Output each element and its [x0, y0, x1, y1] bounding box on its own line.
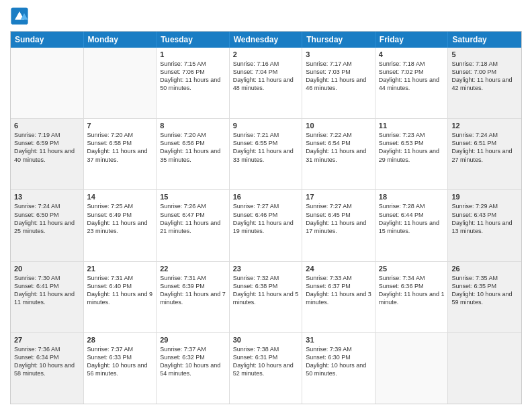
calendar-header: SundayMondayTuesdayWednesdayThursdayFrid…: [11, 32, 521, 48]
calendar-cell-16: 16Sunrise: 7:27 AM Sunset: 6:46 PM Dayli…: [230, 190, 303, 261]
cell-info: Sunrise: 7:20 AM Sunset: 6:58 PM Dayligh…: [87, 131, 153, 164]
calendar-cell-30: 30Sunrise: 7:38 AM Sunset: 6:31 PM Dayli…: [230, 333, 303, 404]
day-number: 6: [14, 122, 80, 130]
day-number: 31: [306, 336, 371, 344]
calendar-cell-4: 4Sunrise: 7:18 AM Sunset: 7:02 PM Daylig…: [375, 48, 449, 118]
calendar-cell-26: 26Sunrise: 7:35 AM Sunset: 6:35 PM Dayli…: [448, 262, 521, 332]
day-number: 23: [233, 265, 299, 273]
calendar-cell-29: 29Sunrise: 7:37 AM Sunset: 6:32 PM Dayli…: [157, 333, 230, 404]
calendar-cell-11: 11Sunrise: 7:23 AM Sunset: 6:53 PM Dayli…: [375, 119, 449, 189]
day-number: 5: [451, 50, 518, 58]
header-day-saturday: Saturday: [448, 32, 521, 48]
calendar-cell-12: 12Sunrise: 7:24 AM Sunset: 6:51 PM Dayli…: [448, 119, 521, 189]
header-day-sunday: Sunday: [11, 32, 84, 48]
cell-info: Sunrise: 7:18 AM Sunset: 7:00 PM Dayligh…: [451, 60, 518, 93]
day-number: 20: [14, 265, 80, 273]
cell-info: Sunrise: 7:39 AM Sunset: 6:30 PM Dayligh…: [306, 345, 371, 378]
day-number: 21: [87, 265, 153, 273]
day-number: 3: [306, 50, 371, 58]
calendar-cell-10: 10Sunrise: 7:22 AM Sunset: 6:54 PM Dayli…: [302, 119, 375, 189]
cell-info: Sunrise: 7:30 AM Sunset: 6:41 PM Dayligh…: [14, 274, 80, 307]
header-day-thursday: Thursday: [302, 32, 375, 48]
calendar-cell-7: 7Sunrise: 7:20 AM Sunset: 6:58 PM Daylig…: [84, 119, 157, 189]
cell-info: Sunrise: 7:37 AM Sunset: 6:32 PM Dayligh…: [160, 345, 226, 378]
day-number: 19: [451, 193, 518, 201]
calendar-cell-6: 6Sunrise: 7:19 AM Sunset: 6:59 PM Daylig…: [11, 119, 84, 189]
cell-info: Sunrise: 7:22 AM Sunset: 6:54 PM Dayligh…: [306, 131, 371, 164]
header-day-wednesday: Wednesday: [230, 32, 303, 48]
day-number: 7: [87, 122, 153, 130]
day-number: 26: [451, 265, 518, 273]
cell-info: Sunrise: 7:26 AM Sunset: 6:47 PM Dayligh…: [160, 202, 226, 235]
calendar-cell-28: 28Sunrise: 7:37 AM Sunset: 6:33 PM Dayli…: [84, 333, 157, 404]
cell-info: Sunrise: 7:33 AM Sunset: 6:37 PM Dayligh…: [306, 274, 371, 307]
cell-info: Sunrise: 7:35 AM Sunset: 6:35 PM Dayligh…: [451, 274, 518, 307]
calendar-cell-2: 2Sunrise: 7:16 AM Sunset: 7:04 PM Daylig…: [230, 48, 303, 118]
logo-icon: [10, 7, 29, 26]
header-day-monday: Monday: [84, 32, 157, 48]
calendar-cell-27: 27Sunrise: 7:36 AM Sunset: 6:34 PM Dayli…: [11, 333, 84, 404]
calendar-cell-13: 13Sunrise: 7:24 AM Sunset: 6:50 PM Dayli…: [11, 190, 84, 261]
cell-info: Sunrise: 7:31 AM Sunset: 6:39 PM Dayligh…: [160, 274, 226, 307]
calendar-cell-empty-0-0: [11, 48, 84, 118]
calendar-cell-15: 15Sunrise: 7:26 AM Sunset: 6:47 PM Dayli…: [157, 190, 230, 261]
cell-info: Sunrise: 7:15 AM Sunset: 7:06 PM Dayligh…: [160, 60, 226, 93]
day-number: 17: [306, 193, 371, 201]
calendar-cell-18: 18Sunrise: 7:28 AM Sunset: 6:44 PM Dayli…: [375, 190, 449, 261]
cell-info: Sunrise: 7:27 AM Sunset: 6:46 PM Dayligh…: [233, 202, 299, 235]
header-day-tuesday: Tuesday: [157, 32, 230, 48]
calendar-cell-20: 20Sunrise: 7:30 AM Sunset: 6:41 PM Dayli…: [11, 262, 84, 332]
day-number: 28: [87, 336, 153, 344]
calendar-cell-8: 8Sunrise: 7:20 AM Sunset: 6:56 PM Daylig…: [157, 119, 230, 189]
calendar-cell-empty-4-6: [448, 333, 521, 404]
logo: [10, 7, 32, 26]
day-number: 27: [14, 336, 80, 344]
cell-info: Sunrise: 7:36 AM Sunset: 6:34 PM Dayligh…: [14, 345, 80, 378]
day-number: 12: [451, 122, 518, 130]
day-number: 13: [14, 193, 80, 201]
cell-info: Sunrise: 7:17 AM Sunset: 7:03 PM Dayligh…: [306, 60, 371, 93]
cell-info: Sunrise: 7:25 AM Sunset: 6:49 PM Dayligh…: [87, 202, 153, 235]
calendar-cell-21: 21Sunrise: 7:31 AM Sunset: 6:40 PM Dayli…: [84, 262, 157, 332]
calendar-cell-9: 9Sunrise: 7:21 AM Sunset: 6:55 PM Daylig…: [230, 119, 303, 189]
calendar-cell-5: 5Sunrise: 7:18 AM Sunset: 7:00 PM Daylig…: [448, 48, 521, 118]
calendar-cell-14: 14Sunrise: 7:25 AM Sunset: 6:49 PM Dayli…: [84, 190, 157, 261]
calendar-cell-3: 3Sunrise: 7:17 AM Sunset: 7:03 PM Daylig…: [302, 48, 375, 118]
calendar-container: SundayMondayTuesdayWednesdayThursdayFrid…: [0, 0, 532, 411]
calendar: SundayMondayTuesdayWednesdayThursdayFrid…: [10, 31, 522, 404]
calendar-body: 1Sunrise: 7:15 AM Sunset: 7:06 PM Daylig…: [11, 48, 521, 404]
day-number: 11: [379, 122, 445, 130]
calendar-cell-19: 19Sunrise: 7:29 AM Sunset: 6:43 PM Dayli…: [448, 190, 521, 261]
cell-info: Sunrise: 7:38 AM Sunset: 6:31 PM Dayligh…: [233, 345, 299, 378]
calendar-cell-17: 17Sunrise: 7:27 AM Sunset: 6:45 PM Dayli…: [302, 190, 375, 261]
cell-info: Sunrise: 7:24 AM Sunset: 6:50 PM Dayligh…: [14, 202, 80, 235]
calendar-cell-31: 31Sunrise: 7:39 AM Sunset: 6:30 PM Dayli…: [302, 333, 375, 404]
cell-info: Sunrise: 7:16 AM Sunset: 7:04 PM Dayligh…: [233, 60, 299, 93]
header-day-friday: Friday: [375, 32, 449, 48]
calendar-cell-empty-0-1: [84, 48, 157, 118]
day-number: 22: [160, 265, 226, 273]
calendar-row-3: 20Sunrise: 7:30 AM Sunset: 6:41 PM Dayli…: [11, 261, 521, 332]
day-number: 8: [160, 122, 226, 130]
day-number: 2: [233, 50, 299, 58]
cell-info: Sunrise: 7:32 AM Sunset: 6:38 PM Dayligh…: [233, 274, 299, 307]
cell-info: Sunrise: 7:29 AM Sunset: 6:43 PM Dayligh…: [451, 202, 518, 235]
cell-info: Sunrise: 7:27 AM Sunset: 6:45 PM Dayligh…: [306, 202, 371, 235]
calendar-cell-1: 1Sunrise: 7:15 AM Sunset: 7:06 PM Daylig…: [157, 48, 230, 118]
cell-info: Sunrise: 7:34 AM Sunset: 6:36 PM Dayligh…: [379, 274, 445, 307]
cell-info: Sunrise: 7:28 AM Sunset: 6:44 PM Dayligh…: [379, 202, 445, 235]
day-number: 16: [233, 193, 299, 201]
calendar-cell-23: 23Sunrise: 7:32 AM Sunset: 6:38 PM Dayli…: [230, 262, 303, 332]
calendar-cell-empty-4-5: [375, 333, 449, 404]
calendar-cell-22: 22Sunrise: 7:31 AM Sunset: 6:39 PM Dayli…: [157, 262, 230, 332]
day-number: 14: [87, 193, 153, 201]
calendar-row-2: 13Sunrise: 7:24 AM Sunset: 6:50 PM Dayli…: [11, 189, 521, 261]
day-number: 25: [379, 265, 445, 273]
header: [10, 7, 522, 26]
cell-info: Sunrise: 7:18 AM Sunset: 7:02 PM Dayligh…: [379, 60, 445, 93]
calendar-row-0: 1Sunrise: 7:15 AM Sunset: 7:06 PM Daylig…: [11, 48, 521, 118]
cell-info: Sunrise: 7:31 AM Sunset: 6:40 PM Dayligh…: [87, 274, 153, 307]
day-number: 18: [379, 193, 445, 201]
cell-info: Sunrise: 7:19 AM Sunset: 6:59 PM Dayligh…: [14, 131, 80, 164]
cell-info: Sunrise: 7:23 AM Sunset: 6:53 PM Dayligh…: [379, 131, 445, 164]
